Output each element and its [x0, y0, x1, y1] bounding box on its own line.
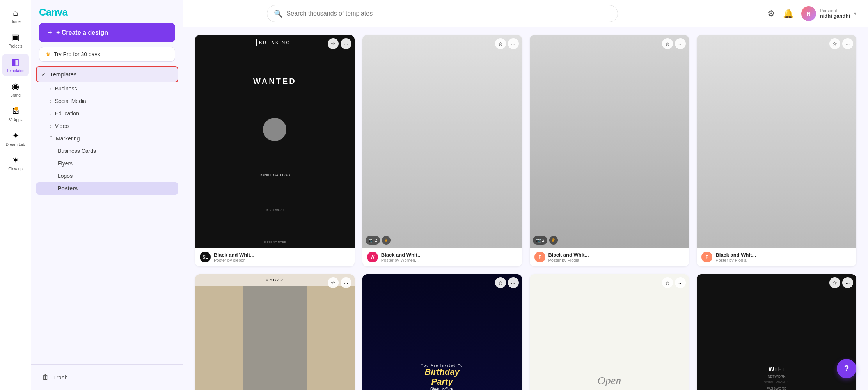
- nav-item-flyers[interactable]: Flyers: [36, 157, 178, 170]
- template-card[interactable]: Open ☆ ··· 📷 3 TC Black Cream Fa... Post…: [530, 274, 689, 390]
- chevron-business-icon: ›: [50, 85, 52, 92]
- star-button[interactable]: ☆: [328, 38, 339, 49]
- chevron-education-icon: ›: [50, 110, 52, 117]
- card-info: W Black and Whit... Poster by Women...: [362, 248, 522, 266]
- settings-icon[interactable]: ⚙: [767, 9, 775, 19]
- star-button[interactable]: ☆: [662, 277, 673, 288]
- card-image: ☆ ··· 📷 2♛: [362, 35, 522, 248]
- card-image: BREAKING WANTED DANIEL GALLEGO BIG REWAR…: [195, 35, 355, 248]
- try-pro-label: Try Pro for 30 days: [54, 51, 100, 57]
- sidebar-footer: 🗑 Trash: [31, 364, 183, 390]
- sidebar-item-glowup[interactable]: ✶ Glow up: [2, 152, 29, 174]
- user-type: Personal: [820, 8, 850, 13]
- sidebar-item-apps[interactable]: ⊞ 89 Apps: [2, 103, 29, 125]
- card-actions: ☆ ···: [328, 277, 351, 288]
- create-design-button[interactable]: ＋ + Create a design: [39, 23, 175, 42]
- nav-item-social-media[interactable]: › Social Media: [36, 95, 178, 107]
- card-info: F Black and Whit... Poster by Flodia: [697, 248, 856, 266]
- create-design-label: + Create a design: [56, 29, 108, 36]
- user-details: Personal nidhi gandhi: [820, 8, 850, 19]
- nav-item-business[interactable]: › Business: [36, 82, 178, 95]
- nav-social-label: Social Media: [55, 98, 86, 104]
- projects-icon: ▣: [11, 32, 20, 43]
- nav-item-logos[interactable]: Logos: [36, 170, 178, 182]
- try-pro-button[interactable]: ♛ Try Pro for 30 days: [39, 47, 175, 62]
- card-badges: 📷 2♛: [533, 236, 558, 245]
- template-card[interactable]: BREAKING WANTED DANIEL GALLEGO BIG REWAR…: [195, 35, 355, 266]
- user-menu[interactable]: N Personal nidhi gandhi ▾: [801, 6, 856, 21]
- brand-label: Brand: [10, 93, 21, 98]
- main-area: 🔍 ⚙ 🔔 N Personal nidhi gandhi ▾: [183, 0, 868, 390]
- more-button[interactable]: ···: [508, 277, 519, 288]
- content-area: BREAKING WANTED DANIEL GALLEGO BIG REWAR…: [183, 27, 868, 390]
- star-button[interactable]: ☆: [829, 277, 840, 288]
- card-image: Open ☆ ··· 📷 3: [530, 274, 689, 390]
- templates-icon: ◧: [11, 57, 20, 67]
- more-button[interactable]: ···: [341, 277, 351, 288]
- template-card[interactable]: ☆ ··· F Black and Whit... Poster by Flod…: [697, 35, 856, 266]
- trash-item[interactable]: 🗑 Trash: [39, 369, 175, 385]
- user-avatar: N: [801, 6, 816, 21]
- star-button[interactable]: ☆: [662, 38, 673, 49]
- sidebar-item-projects[interactable]: ▣ Projects: [2, 29, 29, 51]
- crown-icon: ♛: [551, 238, 556, 243]
- more-button[interactable]: ···: [675, 38, 686, 49]
- template-card[interactable]: ☆ ··· 📷 2♛ F Black and Whit... Poster by…: [530, 35, 689, 266]
- nav-item-video[interactable]: › Video: [36, 120, 178, 132]
- star-button[interactable]: ☆: [495, 277, 506, 288]
- user-name: nidhi gandhi: [820, 13, 850, 19]
- plus-icon: ＋: [47, 28, 53, 37]
- card-badges: 📷 2♛: [366, 236, 391, 245]
- help-button[interactable]: ?: [837, 359, 856, 378]
- projects-label: Projects: [8, 44, 22, 48]
- header-right: ⚙ 🔔 N Personal nidhi gandhi ▾: [767, 6, 856, 21]
- count-badge: 📷 2: [533, 236, 547, 245]
- nav-flyers-label: Flyers: [58, 160, 73, 167]
- card-author: Poster by Flodia: [548, 258, 589, 262]
- trash-icon: 🗑: [42, 373, 49, 381]
- more-button[interactable]: ···: [842, 277, 853, 288]
- card-text: Black and Whit... Poster by Flodia: [715, 252, 756, 262]
- dreamlab-label: Dream Lab: [6, 142, 25, 147]
- template-card[interactable]: WiFi NETWORK GREAT QUALITY PASSWORD ····…: [697, 274, 856, 390]
- bell-icon[interactable]: 🔔: [783, 9, 793, 19]
- sidebar-item-brand[interactable]: ◉ Brand: [2, 78, 29, 101]
- search-input[interactable]: [267, 5, 618, 22]
- nav-item-templates[interactable]: ✓ Templates: [36, 66, 178, 82]
- template-card[interactable]: ☆ ··· 📷 2♛ W Black and Whit... Poster by…: [362, 35, 522, 266]
- template-card[interactable]: MAGAZ 2024's FREE ☆ ··· 📷 2 D Grey Photo…: [195, 274, 355, 390]
- card-avatar: SL: [200, 252, 211, 262]
- more-button[interactable]: ···: [675, 277, 686, 288]
- card-avatar: F: [701, 252, 712, 262]
- sidebar-item-dreamlab[interactable]: ✦ Dream Lab: [2, 128, 29, 150]
- camera-icon: 📷: [536, 238, 541, 243]
- more-button[interactable]: ···: [508, 38, 519, 49]
- card-title: Black and Whit...: [715, 252, 756, 258]
- apps-icon: ⊞: [12, 106, 19, 116]
- nav-item-posters[interactable]: Posters: [36, 182, 178, 195]
- brand-icon: ◉: [12, 82, 19, 92]
- card-actions: ☆ ···: [662, 38, 686, 49]
- sidebar-item-templates[interactable]: ◧ Templates: [2, 54, 29, 76]
- star-button[interactable]: ☆: [829, 38, 840, 49]
- nav-business-cards-label: Business Cards: [58, 148, 96, 154]
- card-title: Black and Whit...: [381, 252, 422, 258]
- sidebar-item-home[interactable]: ⌂ Home: [2, 5, 29, 27]
- more-button[interactable]: ···: [341, 38, 351, 49]
- star-button[interactable]: ☆: [495, 38, 506, 49]
- nav-item-marketing[interactable]: ˅ Marketing: [36, 132, 178, 145]
- trash-label: Trash: [53, 374, 68, 381]
- nav-item-business-cards[interactable]: Business Cards: [36, 145, 178, 157]
- card-image: ☆ ··· 📷 2♛: [530, 35, 689, 248]
- nav-item-education[interactable]: › Education: [36, 107, 178, 120]
- chevron-marketing-icon: ˅: [50, 135, 53, 142]
- pro-badge: ♛: [549, 236, 558, 245]
- home-label: Home: [10, 20, 21, 24]
- logo-area: Canva: [31, 0, 183, 23]
- checkmark-icon: ✓: [41, 71, 46, 78]
- templates-label: Templates: [7, 69, 25, 73]
- template-card[interactable]: You Are Invited To BirthdayParty Olivia …: [362, 274, 522, 390]
- more-button[interactable]: ···: [842, 38, 853, 49]
- card-actions: ☆ ···: [662, 277, 686, 288]
- star-button[interactable]: ☆: [328, 277, 339, 288]
